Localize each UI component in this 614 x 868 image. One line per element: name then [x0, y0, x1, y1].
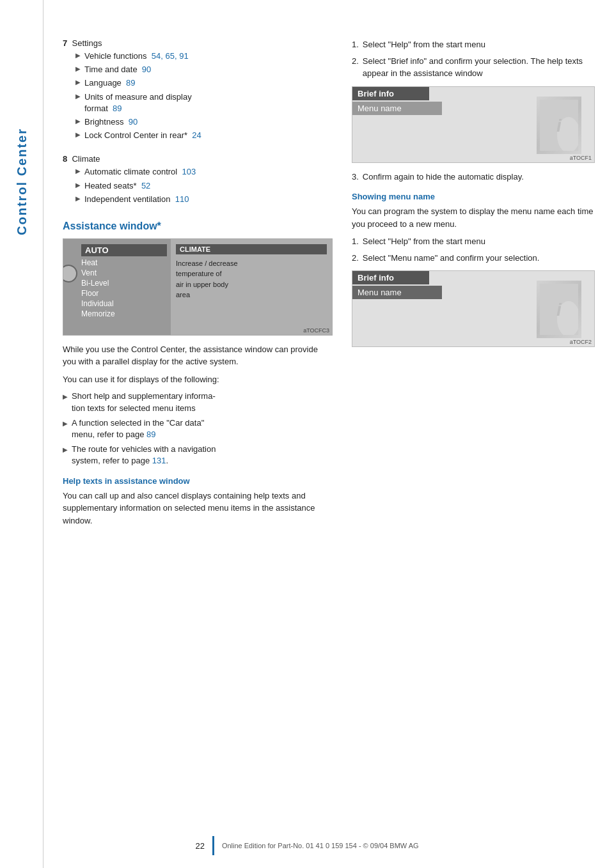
arrow-icon-7-3: ▶ [75, 79, 81, 86]
step-menu-2-text: Select "Menu name" and confirm your sele… [363, 252, 540, 265]
bullet-arrow-3: ▶ [63, 446, 68, 454]
brief-info-box-2: Brief info Menu name i aTOCF2 [352, 270, 595, 347]
toc-num-8: 8 [63, 154, 67, 164]
toc-link-7-1[interactable]: 54, 65, 91 [152, 51, 189, 61]
page-container: Control Center 7 Settings ▶ Vehicle func… [0, 0, 614, 868]
toc-sub-text-7-3: Language 89 [84, 77, 136, 89]
assist-menu-vent: Vent [81, 268, 167, 278]
toc-title-8: Climate [70, 154, 100, 164]
bullet-item-1: ▶ Short help and supplementary informa-t… [63, 391, 333, 414]
step-intro-2: 2. Select "Brief info" and confirm your … [352, 55, 595, 80]
assistance-body1: While you use the Control Center, the as… [63, 343, 333, 368]
toc-sub-text-7-5: Brightness 90 [84, 116, 138, 128]
step-3: 3. Confirm again to hide the automatic d… [352, 171, 595, 183]
assistance-img-inner: AUTO Heat Vent Bi-Level Floor Individual… [63, 239, 332, 335]
toc-sub-7-5: ▶ Brightness 90 [75, 116, 333, 128]
toc-link-7-6[interactable]: 24 [192, 130, 201, 140]
brief-info-logo-1: i [537, 97, 581, 154]
toc-sub-7-3: ▶ Language 89 [75, 77, 333, 89]
step-menu-2-num: 2. [352, 252, 359, 265]
toc-link-8-1[interactable]: 103 [182, 167, 196, 176]
sidebar-line [43, 0, 43, 868]
step-menu-1-num: 1. [352, 235, 359, 248]
assist-menu-bilevel: Bi-Level [81, 278, 167, 288]
right-column: 1. Select "Help" from the start menu 2. … [352, 38, 595, 842]
assist-left-header: AUTO [81, 244, 167, 256]
footer-divider [212, 836, 214, 855]
toc-link-7-2[interactable]: 90 [142, 65, 151, 74]
left-column: 7 Settings ▶ Vehicle functions 54, 65, 9… [63, 38, 333, 842]
bullet-item-2: ▶ A function selected in the "Car data"m… [63, 417, 333, 440]
sidebar: Control Center [0, 0, 43, 868]
numbered-list-step3: 3. Confirm again to hide the automatic d… [352, 171, 595, 183]
toc-sub-7-1: ▶ Vehicle functions 54, 65, 91 [75, 50, 333, 62]
help-texts-heading: Help texts in assistance window [63, 476, 333, 486]
sidebar-label: Control Center [15, 128, 29, 235]
assist-circle-icon [63, 265, 77, 283]
brief-info-imgnum-2: aTOCF2 [570, 339, 592, 345]
menu-name-label-1: Menu name [352, 102, 442, 115]
toc-section-7: 7 Settings ▶ Vehicle functions 54, 65, 9… [63, 38, 333, 141]
assist-right-text: Increase / decrease temperature of air i… [176, 258, 327, 300]
assistance-image: AUTO Heat Vent Bi-Level Floor Individual… [63, 238, 333, 336]
step-intro-2-text: Select "Brief info" and confirm your sel… [363, 55, 595, 80]
step-3-num: 3. [352, 171, 359, 183]
toc-sub-text-7-4: Units of measure and displayformat 89 [84, 91, 192, 114]
showing-menu-body: You can program the system to display th… [352, 205, 595, 230]
arrow-icon-8-2: ▶ [75, 182, 81, 189]
arrow-icon-7-2: ▶ [75, 65, 81, 72]
toc-item-7: 7 Settings [63, 38, 333, 48]
step-menu-1: 1. Select "Help" from the start menu [352, 235, 595, 248]
svg-text:i: i [556, 300, 562, 320]
brief-info-header-1: Brief info [352, 87, 429, 100]
toc-item-8: 8 Climate [63, 154, 333, 164]
brief-info-header-2: Brief info [352, 271, 429, 284]
main-content: 7 Settings ▶ Vehicle functions 54, 65, 9… [43, 0, 614, 868]
assistance-body2: You can use it for displays of the follo… [63, 373, 333, 386]
step-intro-2-num: 2. [352, 55, 359, 80]
bullet-item-3: ▶ The route for vehicles with a navigati… [63, 444, 333, 467]
brief-info-box-1: Brief info Menu name i aTOCF1 [352, 86, 595, 163]
bullet-link-131[interactable]: 131 [152, 456, 166, 465]
assist-menu-individual: Individual [81, 298, 167, 309]
toc-sub-text-8-1: Automatic climate control 103 [84, 166, 196, 178]
menu-name-label-2: Menu name [352, 286, 442, 299]
assist-img-num: aTOCFC3 [303, 327, 329, 334]
assist-menu-heat: Heat [81, 258, 167, 268]
step-intro-1-text: Select "Help" from the start menu [363, 38, 485, 51]
assist-menu-memorize: Memorize [81, 309, 167, 319]
brief-info-imgnum-1: aTOCF1 [570, 155, 592, 161]
step-intro-1-num: 1. [352, 38, 359, 51]
toc-link-7-4[interactable]: 89 [113, 104, 122, 113]
toc-sub-text-7-1: Vehicle functions 54, 65, 91 [84, 50, 189, 62]
assistance-bullets: ▶ Short help and supplementary informa-t… [63, 391, 333, 467]
toc-link-7-5[interactable]: 90 [129, 117, 138, 127]
toc-sub-8-1: ▶ Automatic climate control 103 [75, 166, 333, 178]
bullet-arrow-2: ▶ [63, 419, 68, 428]
page-footer: 22 Online Edition for Part-No. 01 41 0 1… [0, 836, 614, 855]
toc-sub-text-8-3: Independent ventilation 110 [84, 194, 189, 205]
toc-section-8: 8 Climate ▶ Automatic climate control 10… [63, 154, 333, 205]
toc-sub-8-3: ▶ Independent ventilation 110 [75, 194, 333, 205]
bullet-link-89[interactable]: 89 [146, 430, 155, 439]
assist-right-header: CLIMATE [176, 244, 327, 254]
toc-link-8-2[interactable]: 52 [141, 181, 150, 190]
assist-menu-floor: Floor [81, 288, 167, 298]
arrow-icon-8-3: ▶ [75, 195, 81, 202]
assist-right-panel: CLIMATE Increase / decrease temperature … [171, 239, 332, 335]
toc-link-7-3[interactable]: 89 [126, 78, 135, 88]
step-intro-1: 1. Select "Help" from the start menu [352, 38, 595, 51]
bullet-arrow-1: ▶ [63, 392, 68, 401]
bullet-text-3: The route for vehicles with a navigation… [72, 444, 216, 467]
arrow-icon-7-4: ▶ [75, 93, 81, 100]
numbered-list-intro: 1. Select "Help" from the start menu 2. … [352, 38, 595, 80]
arrow-icon-8-1: ▶ [75, 167, 81, 174]
help-texts-body: You can call up and also cancel displays… [63, 490, 333, 527]
toc-sub-7-2: ▶ Time and date 90 [75, 64, 333, 75]
step-menu-2: 2. Select "Menu name" and confirm your s… [352, 252, 595, 265]
arrow-icon-7-5: ▶ [75, 118, 81, 125]
svg-text:i: i [556, 116, 562, 136]
toc-link-8-3[interactable]: 110 [175, 194, 189, 204]
brief-info-logo-2: i [537, 281, 581, 338]
step-3-text: Confirm again to hide the automatic disp… [363, 171, 524, 183]
